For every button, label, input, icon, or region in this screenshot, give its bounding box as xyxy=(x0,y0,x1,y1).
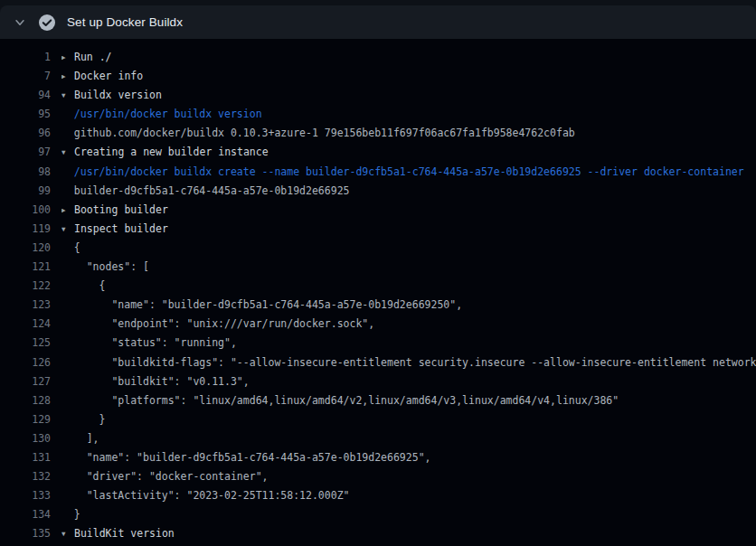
line-number[interactable]: 1 xyxy=(0,48,51,67)
command-text: /usr/bin/docker buildx create --name bui… xyxy=(61,163,756,182)
output-text: "buildkitd-flags": "--allow-insecure-ent… xyxy=(61,353,756,372)
output-text: "platforms": "linux/amd64,linux/amd64/v2… xyxy=(61,391,756,410)
line-number[interactable]: 95 xyxy=(0,105,51,124)
line-number[interactable]: 94 xyxy=(0,86,51,105)
line-number[interactable]: 125 xyxy=(0,334,51,353)
line-number[interactable]: 122 xyxy=(0,277,51,296)
line-number[interactable]: 96 xyxy=(0,124,51,143)
log-row: 130 ], xyxy=(0,429,756,448)
line-number[interactable]: 128 xyxy=(0,391,51,410)
group-title: Docker info xyxy=(74,70,143,82)
triangle-down-icon: ▼ xyxy=(61,86,74,105)
log-group-row[interactable]: 7▶Docker info xyxy=(0,67,756,86)
group-title: Buildx version xyxy=(74,89,162,101)
log-row: 133 "lastActivity": "2023-02-25T11:58:12… xyxy=(0,486,756,505)
group-title: Booting builder xyxy=(74,203,168,216)
line-number[interactable]: 100 xyxy=(0,201,51,220)
group-content: ▼Creating a new builder instance xyxy=(61,143,756,162)
log-group-row[interactable]: 135▼BuildKit version xyxy=(0,524,756,543)
log-row: 121 "nodes": [ xyxy=(0,258,756,277)
group-title: BuildKit version xyxy=(74,527,175,540)
output-text: "name": "builder-d9cfb5a1-c764-445a-a57e… xyxy=(61,296,756,315)
log-row: 132 "driver": "docker-container", xyxy=(0,467,756,486)
log-group-row[interactable]: 119▼Inspect builder xyxy=(0,220,756,239)
output-text: } xyxy=(61,410,756,429)
output-text: { xyxy=(61,239,756,258)
output-text: } xyxy=(61,505,756,524)
step-header[interactable]: Set up Docker Buildx xyxy=(0,5,756,39)
triangle-down-icon: ▼ xyxy=(61,220,74,239)
line-number[interactable]: 134 xyxy=(0,505,51,524)
output-text: "endpoint": "unix:///var/run/docker.sock… xyxy=(61,315,756,334)
output-text: "driver": "docker-container", xyxy=(61,467,756,486)
group-title: Creating a new builder instance xyxy=(74,146,269,158)
line-number[interactable]: 97 xyxy=(0,143,51,162)
command-text: /usr/bin/docker buildx version xyxy=(61,105,756,124)
log-row: 129 } xyxy=(0,410,756,429)
line-number[interactable]: 131 xyxy=(0,448,51,467)
log-area: 1▶Run ./7▶Docker info94▼Buildx version95… xyxy=(0,39,756,546)
group-content: ▶Docker info xyxy=(61,67,756,86)
line-number[interactable]: 120 xyxy=(0,239,51,258)
log-row: 98 /usr/bin/docker buildx create --name … xyxy=(0,163,756,182)
output-text: "lastActivity": "2023-02-25T11:58:12.000… xyxy=(61,486,756,505)
line-number[interactable]: 130 xyxy=(0,429,51,448)
log-row: 120 { xyxy=(0,239,756,258)
group-content: ▼Inspect builder xyxy=(61,220,756,239)
line-number[interactable]: 126 xyxy=(0,353,51,372)
triangle-right-icon: ▶ xyxy=(61,67,74,86)
log-row: 122 { xyxy=(0,277,756,296)
log-row: 96 github.com/docker/buildx 0.10.3+azure… xyxy=(0,124,756,143)
output-text: "name": "builder-d9cfb5a1-c764-445a-a57e… xyxy=(61,448,756,467)
line-number[interactable]: 99 xyxy=(0,182,51,201)
group-content: ▶Run ./ xyxy=(61,48,756,67)
log-row: 134 } xyxy=(0,505,756,524)
log-group-row[interactable]: 94▼Buildx version xyxy=(0,86,756,105)
log-group-row[interactable]: 1▶Run ./ xyxy=(0,48,756,67)
log-row: 126 "buildkitd-flags": "--allow-insecure… xyxy=(0,353,756,372)
log-group-row[interactable]: 100▶Booting builder xyxy=(0,201,756,220)
line-number[interactable]: 123 xyxy=(0,296,51,315)
log-row: 131 "name": "builder-d9cfb5a1-c764-445a-… xyxy=(0,448,756,467)
line-number[interactable]: 129 xyxy=(0,410,51,429)
line-number[interactable]: 121 xyxy=(0,258,51,277)
group-content: ▼BuildKit version xyxy=(61,524,756,543)
log-row: 123 "name": "builder-d9cfb5a1-c764-445a-… xyxy=(0,296,756,315)
output-text: "nodes": [ xyxy=(61,258,756,277)
log-row: 99 builder-d9cfb5a1-c764-445a-a57e-0b19d… xyxy=(0,182,756,201)
log-group-row[interactable]: 97▼Creating a new builder instance xyxy=(0,143,756,162)
output-text: ], xyxy=(61,429,756,448)
group-title: Run ./ xyxy=(74,51,112,63)
output-text: builder-d9cfb5a1-c764-445a-a57e-0b19d2e6… xyxy=(61,182,756,201)
log-row: 127 "buildkit": "v0.11.3", xyxy=(0,372,756,391)
line-number[interactable]: 127 xyxy=(0,372,51,391)
output-text: { xyxy=(61,277,756,296)
line-number[interactable]: 98 xyxy=(0,163,51,182)
triangle-down-icon: ▼ xyxy=(61,143,74,162)
triangle-down-icon: ▼ xyxy=(61,524,74,543)
line-number[interactable]: 133 xyxy=(0,486,51,505)
log-row: 124 "endpoint": "unix:///var/run/docker.… xyxy=(0,315,756,334)
group-title: Inspect builder xyxy=(74,222,168,235)
triangle-right-icon: ▶ xyxy=(61,201,74,220)
group-content: ▶Booting builder xyxy=(61,201,756,220)
output-text: "status": "running", xyxy=(61,334,756,353)
line-number[interactable]: 119 xyxy=(0,220,51,239)
output-text: "buildkit": "v0.11.3", xyxy=(61,372,756,391)
log-row: 125 "status": "running", xyxy=(0,334,756,353)
log-row: 128 "platforms": "linux/amd64,linux/amd6… xyxy=(0,391,756,410)
line-number[interactable]: 124 xyxy=(0,315,51,334)
log-row: 95 /usr/bin/docker buildx version xyxy=(0,105,756,124)
step-title: Set up Docker Buildx xyxy=(67,15,183,29)
line-number[interactable]: 132 xyxy=(0,467,51,486)
chevron-down-icon[interactable] xyxy=(13,15,27,30)
output-text: github.com/docker/buildx 0.10.3+azure-1 … xyxy=(61,124,756,143)
group-content: ▼Buildx version xyxy=(61,86,756,105)
line-number[interactable]: 7 xyxy=(0,67,51,86)
check-circle-icon xyxy=(38,14,56,32)
triangle-right-icon: ▶ xyxy=(61,48,74,67)
line-number[interactable]: 135 xyxy=(0,524,51,543)
